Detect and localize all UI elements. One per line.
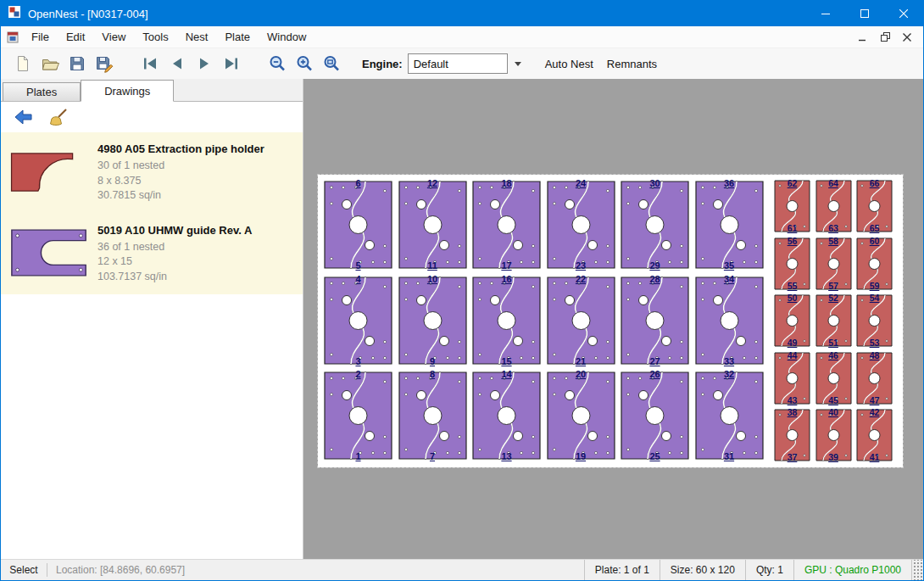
next-icon: [195, 54, 214, 73]
engine-dropdown-button[interactable]: [511, 53, 525, 74]
save-icon: [68, 54, 86, 73]
purple-part-pair[interactable]: 3029: [618, 178, 692, 271]
last-plate-button[interactable]: [219, 51, 244, 76]
purple-part-pair[interactable]: 43: [321, 274, 395, 367]
zoom-in-button[interactable]: [292, 51, 317, 76]
nest-canvas[interactable]: 6512111817242330293635431091615222128273…: [303, 79, 923, 559]
save-as-button[interactable]: [92, 51, 117, 76]
red-part-pair[interactable]: 4847: [854, 350, 894, 406]
drawing-nested-count: 36 of 1 nested: [97, 240, 252, 255]
drawing-nested-count: 30 of 1 nested: [97, 159, 264, 174]
purple-part-pair[interactable]: 1817: [470, 178, 543, 271]
red-part-pair[interactable]: 6059: [854, 236, 894, 292]
drawing-item-uhmw-guide[interactable]: 5019 A10 UHMW guide Rev. A 36 of 1 neste…: [1, 214, 303, 295]
tab-plates[interactable]: Plates: [3, 82, 81, 101]
purple-part-pair[interactable]: 3231: [693, 369, 766, 462]
purple-part-pair[interactable]: 1413: [470, 369, 543, 462]
last-icon: [222, 54, 241, 73]
menu-nest[interactable]: Nest: [177, 26, 217, 47]
menu-tools[interactable]: Tools: [134, 26, 176, 47]
auto-nest-button[interactable]: Auto Nest: [540, 54, 598, 74]
engine-select[interactable]: Default: [408, 53, 508, 74]
drawing-name: 5019 A10 UHMW guide Rev. A: [97, 224, 252, 237]
menu-bar: FileEditViewToolsNestPlateWindow: [1, 26, 923, 48]
part-pair-shape: [544, 369, 618, 462]
save-button[interactable]: [64, 51, 90, 76]
part-pair-shape: [854, 407, 894, 463]
red-part-pair[interactable]: 6261: [772, 178, 812, 234]
mdi-minimize-button[interactable]: [854, 30, 872, 45]
menu-plate[interactable]: Plate: [216, 26, 259, 47]
mdi-document-icon: [6, 31, 19, 44]
menu-window[interactable]: Window: [259, 26, 314, 47]
next-plate-button[interactable]: [192, 51, 217, 76]
red-part-pair[interactable]: 5251: [814, 293, 854, 349]
minimize-button[interactable]: [806, 1, 845, 26]
purple-part-pair[interactable]: 87: [396, 369, 470, 462]
previous-icon: [168, 54, 186, 73]
part-pair-shape: [772, 293, 812, 349]
part-pair-shape: [772, 178, 812, 234]
purple-part-pair[interactable]: 2625: [618, 369, 692, 462]
mdi-restore-button[interactable]: [876, 30, 894, 45]
resize-grip[interactable]: [911, 560, 923, 580]
clear-button[interactable]: [47, 105, 72, 129]
chevron-down-icon: [515, 62, 521, 66]
part-pair-shape: [470, 274, 543, 367]
new-button[interactable]: [10, 51, 36, 76]
mdi-controls: [854, 30, 920, 45]
purple-part-pair[interactable]: 2827: [618, 274, 692, 367]
status-qty: Qty: 1: [745, 560, 793, 580]
purple-part-pair[interactable]: 3635: [693, 178, 766, 271]
first-plate-button[interactable]: [137, 51, 163, 76]
window-title: OpenNest - [N0317-004]: [28, 8, 148, 20]
purple-part-pair[interactable]: 3433: [693, 274, 766, 367]
menu-file[interactable]: File: [23, 26, 58, 47]
main-toolbar: Engine: Default Auto Nest Remnants: [1, 48, 923, 79]
red-part-pair[interactable]: 5655: [772, 236, 812, 292]
purple-part-pair[interactable]: 1615: [470, 274, 543, 367]
purple-part-pair[interactable]: 1211: [396, 178, 470, 271]
mdi-close-button[interactable]: [898, 30, 916, 45]
purple-part-pair[interactable]: 65: [321, 178, 395, 271]
red-part-pair[interactable]: 4241: [854, 407, 894, 463]
purple-part-pair[interactable]: 2019: [544, 369, 618, 462]
red-part-pair[interactable]: 3837: [772, 407, 812, 463]
app-icon: [8, 5, 21, 22]
plate[interactable]: 6512111817242330293635431091615222128273…: [318, 175, 903, 467]
drawing-size: 8 x 8.375: [97, 174, 264, 189]
part-pair-shape: [854, 178, 894, 234]
purple-part-pair[interactable]: 21: [321, 369, 395, 462]
add-to-nest-button[interactable]: [11, 105, 36, 129]
part-pair-shape: [544, 178, 618, 271]
red-part-pair[interactable]: 5857: [814, 236, 854, 292]
red-part-pair[interactable]: 5049: [772, 293, 812, 349]
part-pair-shape: [396, 369, 470, 462]
red-part-pair[interactable]: 4443: [772, 350, 812, 406]
status-bar: Select Location: [84.8696, 60.6957] Plat…: [1, 559, 923, 580]
red-part-pair[interactable]: 4039: [814, 407, 854, 463]
zoom-fit-button[interactable]: [319, 51, 344, 76]
tab-drawings[interactable]: Drawings: [81, 80, 174, 102]
previous-plate-button[interactable]: [164, 51, 190, 76]
red-part-pair[interactable]: 4645: [814, 350, 854, 406]
open-button[interactable]: [37, 51, 63, 76]
purple-part-pair[interactable]: 2221: [544, 274, 618, 367]
red-part-pair[interactable]: 6463: [814, 178, 854, 234]
menu-view[interactable]: View: [93, 26, 134, 47]
content-area: Plates Drawings 4980 A05 Extraction: [1, 79, 923, 559]
part-pair-shape: [544, 274, 618, 367]
maximize-button[interactable]: [845, 1, 884, 26]
red-part-pair[interactable]: 6665: [854, 178, 894, 234]
remnants-button[interactable]: Remnants: [602, 54, 662, 74]
purple-part-pair[interactable]: 2423: [544, 178, 618, 271]
part-pair-shape: [396, 178, 470, 271]
status-mode: Select: [1, 564, 47, 576]
zoom-out-button[interactable]: [264, 51, 290, 76]
drawing-item-extraction-pipe-holder[interactable]: 4980 A05 Extraction pipe holder 30 of 1 …: [1, 132, 303, 214]
save-as-icon: [95, 54, 114, 73]
purple-part-pair[interactable]: 109: [396, 274, 470, 367]
close-button[interactable]: [884, 1, 923, 26]
menu-edit[interactable]: Edit: [58, 26, 93, 47]
red-part-pair[interactable]: 5453: [854, 293, 894, 349]
